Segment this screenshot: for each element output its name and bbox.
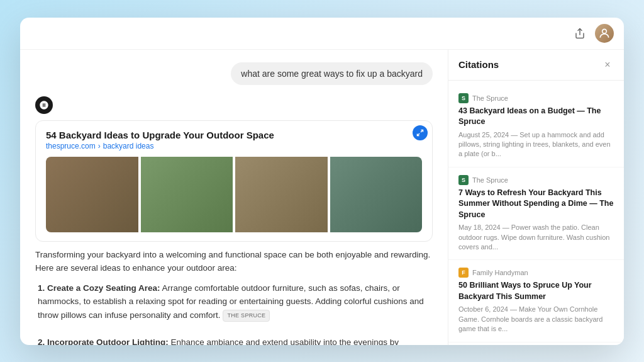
ai-icon [35,96,53,114]
item-2-num: 2. [38,337,47,344]
result-card: 54 Backyard Ideas to Upgrade Your Outdoo… [35,120,433,242]
source-name-3: Family Handyman [472,269,528,276]
citation-item-4[interactable]: B Better Homes & Gardens 50 Stunning Bac… [448,342,624,345]
avatar[interactable] [595,24,614,43]
favicon-fh-1: F [458,268,469,278]
app-window: what are some great ways to fix up a bac… [20,18,624,345]
citation-item-1[interactable]: S The Spruce 43 Backyard Ideas on a Budg… [448,86,624,167]
citations-header: Citations × [448,50,624,81]
body-intro: Transforming your backyard into a welcom… [35,248,433,275]
citation-title-2: 7 Ways to Refresh Your Backyard This Sum… [458,188,614,221]
result-title: 54 Backyard Ideas to Upgrade Your Outdoo… [46,130,422,140]
list-item-2: 2. Incorporate Outdoor Lighting: Enhance… [35,336,433,344]
backyard-image-1 [46,157,138,232]
result-url[interactable]: thespruce.com › backyard ideas [46,142,422,150]
citations-title: Citations [458,59,499,70]
ai-response: 54 Backyard Ideas to Upgrade Your Outdoo… [35,95,433,345]
result-card-wrapper: 54 Backyard Ideas to Upgrade Your Outdoo… [35,120,433,242]
citation-item-3[interactable]: F Family Handyman 50 Brilliant Ways to S… [448,260,624,342]
item-1-num: 1. [38,283,47,293]
chat-panel: what are some great ways to fix up a bac… [20,50,448,345]
url-separator: › [98,142,101,150]
citation-desc-2: May 18, 2024 — Power wash the patio. Cle… [458,223,614,252]
suggestion-list: 1. Create a Cozy Seating Area: Arrange c… [35,281,433,345]
ai-header [35,95,433,114]
user-message: what are some great ways to fix up a bac… [231,62,433,85]
item-2-label: Incorporate Outdoor Lighting: [47,337,169,344]
source-tag-1: THE SPRUCE [223,310,270,321]
url-path: backyard ideas [103,142,154,150]
expand-button[interactable] [413,125,428,140]
top-bar [20,18,624,50]
citation-desc-1: August 25, 2024 — Set up a hammock and a… [458,130,614,159]
citation-desc-3: October 6, 2024 — Make Your Own Cornhole… [458,305,614,334]
citation-title-1: 43 Backyard Ideas on a Budget — The Spru… [458,106,614,128]
backyard-image-3 [235,157,328,232]
backyard-image-2 [141,157,233,232]
citation-title-3: 50 Brilliant Ways to Spruce Up Your Back… [458,280,614,302]
share-button[interactable] [571,25,589,42]
citation-source-2: S The Spruce [458,175,614,185]
citation-source-1: S The Spruce [458,93,614,103]
citation-source-3: F Family Handyman [458,268,614,278]
favicon-spruce-1: S [458,93,469,103]
source-name-2: The Spruce [472,176,508,184]
favicon-spruce-2: S [458,175,469,185]
svg-point-1 [602,29,607,33]
image-grid [46,157,422,232]
url-domain: thespruce.com [46,142,96,150]
item-1-label: Create a Cozy Seating Area: [47,283,160,293]
source-name-1: The Spruce [472,94,508,102]
citation-item-2[interactable]: S The Spruce 7 Ways to Refresh Your Back… [448,167,624,261]
main-content: what are some great ways to fix up a bac… [20,50,624,345]
backyard-image-4 [330,157,423,232]
citations-panel: Citations × S The Spruce 43 Backyard Ide… [448,50,624,345]
citations-list: S The Spruce 43 Backyard Ideas on a Budg… [448,81,624,345]
close-citations-button[interactable]: × [601,59,614,71]
list-item-1: 1. Create a Cozy Seating Area: Arrange c… [35,281,433,322]
